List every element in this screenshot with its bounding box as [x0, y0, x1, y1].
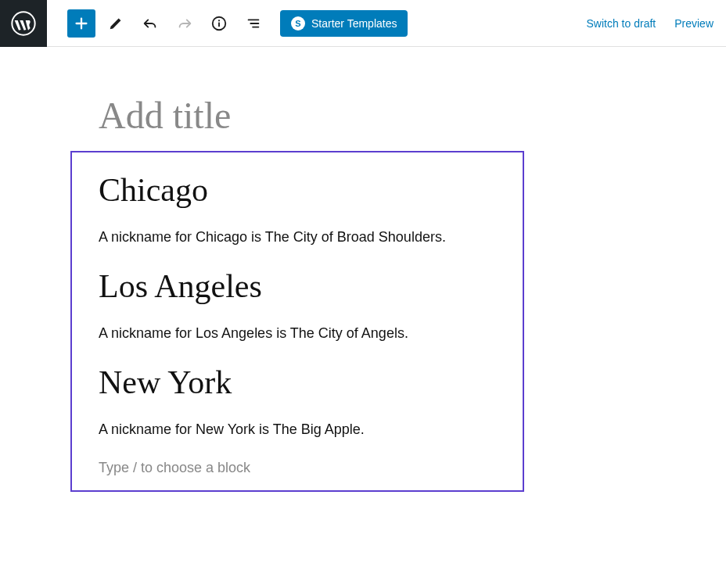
- wordpress-icon: [11, 11, 36, 36]
- toolbar-right-group: Switch to draft Preview: [587, 17, 714, 30]
- add-block-button[interactable]: [67, 9, 95, 38]
- undo-icon: [142, 15, 159, 32]
- new-block-placeholder[interactable]: Type / to choose a block: [99, 460, 496, 476]
- post-title-input[interactable]: Add title: [99, 94, 726, 137]
- paragraph-block[interactable]: A nickname for Los Angeles is The City o…: [99, 325, 496, 342]
- outline-button[interactable]: [239, 9, 268, 38]
- wordpress-logo[interactable]: [0, 0, 47, 47]
- switch-to-draft-button[interactable]: Switch to draft: [587, 17, 656, 30]
- info-button[interactable]: [205, 9, 233, 38]
- svg-point-2: [218, 20, 220, 21]
- undo-button[interactable]: [136, 9, 164, 38]
- heading-block[interactable]: Los Angeles: [99, 267, 496, 305]
- pencil-icon: [107, 15, 124, 32]
- svg-rect-3: [218, 22, 220, 27]
- redo-button[interactable]: [171, 9, 199, 38]
- list-icon: [245, 15, 262, 32]
- editor-canvas: Add title Chicago A nickname for Chicago…: [0, 47, 726, 492]
- heading-block[interactable]: Chicago: [99, 171, 496, 209]
- starter-templates-label: Starter Templates: [311, 17, 397, 30]
- editor-toolbar: S Starter Templates Switch to draft Prev…: [0, 0, 726, 47]
- selected-block-group[interactable]: Chicago A nickname for Chicago is The Ci…: [70, 151, 524, 492]
- edit-mode-button[interactable]: [102, 9, 130, 38]
- plus-icon: [73, 15, 90, 32]
- paragraph-block[interactable]: A nickname for Chicago is The City of Br…: [99, 229, 496, 246]
- info-icon: [210, 15, 228, 32]
- starter-templates-button[interactable]: S Starter Templates: [280, 10, 408, 37]
- paragraph-block[interactable]: A nickname for New York is The Big Apple…: [99, 421, 496, 438]
- starter-templates-icon: S: [291, 16, 305, 30]
- heading-block[interactable]: New York: [99, 364, 496, 401]
- redo-icon: [176, 15, 193, 32]
- preview-button[interactable]: Preview: [674, 17, 713, 30]
- toolbar-left-group: S Starter Templates: [47, 9, 408, 38]
